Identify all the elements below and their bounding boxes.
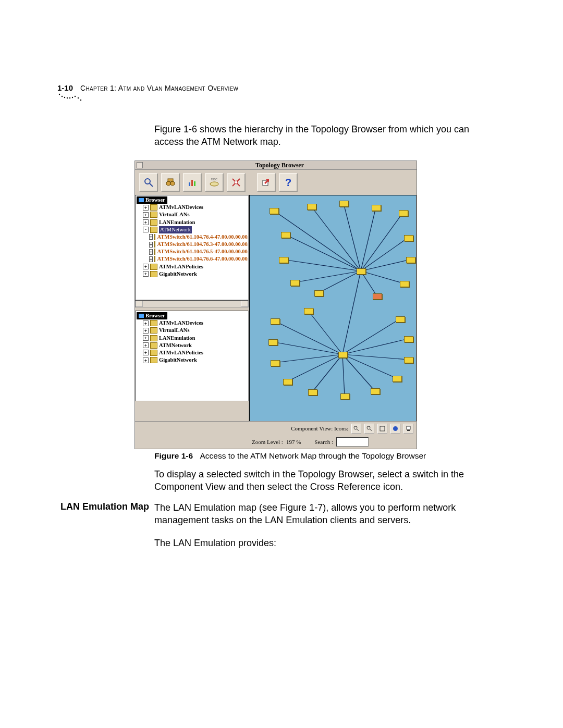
svg-rect-15: [191, 180, 193, 186]
tree-item[interactable]: +VirtualLANs: [137, 327, 247, 334]
topology-node[interactable]: [372, 205, 381, 211]
intro-paragraph: Figure 1-6 shows the hierarchy in the To…: [154, 123, 500, 149]
window-control-icon[interactable]: [137, 162, 143, 168]
topology-node[interactable]: [339, 201, 349, 207]
component-view-label: Component View: Icons:: [291, 425, 348, 431]
tree-item[interactable]: +ATMvLANDevices: [137, 319, 247, 327]
topology-node[interactable]: [399, 210, 408, 216]
svg-line-51: [357, 429, 359, 431]
figure-caption-text: Access to the ATM Network Map through th…: [200, 451, 426, 460]
svg-line-42: [312, 354, 342, 392]
search-label: Search :: [314, 439, 333, 445]
svg-line-43: [342, 354, 345, 396]
topology-node[interactable]: [307, 204, 316, 210]
svg-line-48: [342, 319, 400, 354]
tree-panel: Browser+ATMvLANDevices+VirtualLANs+LANEm…: [135, 195, 249, 423]
topology-node[interactable]: [396, 316, 405, 323]
svg-point-8: [80, 100, 81, 101]
tree-child[interactable]: +ATMSwitch/61.104.76.3-47.00.00.00.00.0.…: [137, 241, 247, 248]
tree-scrollbar[interactable]: [135, 300, 249, 307]
topology-node[interactable]: [400, 281, 409, 287]
tree-item[interactable]: +LANEmulation: [137, 335, 247, 342]
chapter-title: Chapter 1: Atm and Vlan Management Overv…: [80, 84, 238, 92]
svg-line-35: [319, 271, 361, 293]
topology-map[interactable]: [249, 195, 417, 423]
svg-point-17: [210, 182, 218, 186]
topology-node[interactable]: [270, 208, 279, 214]
topology-node[interactable]: [404, 336, 413, 342]
scroll-left-icon[interactable]: [136, 301, 143, 307]
svg-line-28: [361, 213, 403, 271]
topology-node[interactable]: [314, 290, 324, 297]
topology-node[interactable]: [279, 257, 288, 263]
topology-node[interactable]: [308, 389, 317, 396]
topology-node[interactable]: [283, 379, 292, 385]
svg-line-44: [342, 354, 375, 391]
tree-item[interactable]: +ATMvLANDevices: [137, 204, 247, 211]
svg-point-21: [235, 181, 238, 184]
topology-node[interactable]: [340, 393, 350, 400]
svg-point-11: [166, 181, 170, 186]
view-globe-icon[interactable]: [390, 424, 400, 434]
topology-node[interactable]: [406, 257, 415, 263]
tree-child[interactable]: +ATMSwitch/61.104.76.6-47.00.00.00.00.0.…: [137, 255, 247, 263]
topology-node[interactable]: [304, 308, 313, 314]
tree-root[interactable]: Browser: [137, 312, 247, 319]
svg-line-53: [370, 429, 372, 431]
page: 1-10 Chapter 1: Atm and Vlan Management …: [0, 0, 563, 728]
svg-text:DISC: DISC: [211, 178, 217, 181]
topology-node[interactable]: [271, 318, 280, 325]
tree-item[interactable]: -ATMNetwork: [137, 226, 247, 233]
scroll-right-icon[interactable]: [241, 301, 248, 307]
topology-node[interactable]: [281, 232, 290, 238]
svg-line-25: [311, 206, 361, 271]
topology-node[interactable]: [271, 360, 280, 366]
svg-line-40: [275, 354, 342, 363]
svg-line-37: [342, 271, 361, 354]
tree-top[interactable]: Browser+ATMvLANDevices+VirtualLANs+LANEm…: [135, 195, 249, 300]
svg-point-0: [59, 94, 60, 95]
help-icon[interactable]: ?: [279, 173, 298, 192]
tree-item[interactable]: +LANEmulation: [137, 219, 247, 226]
topology-node[interactable]: [371, 388, 380, 394]
view-host-icon[interactable]: [403, 424, 413, 434]
tree-item[interactable]: +ATMvLANPolicies: [137, 349, 247, 356]
search-input[interactable]: [336, 437, 369, 447]
topology-node[interactable]: [393, 376, 402, 382]
topology-node[interactable]: [268, 339, 278, 346]
topology-node[interactable]: [338, 352, 348, 358]
zoom-out-icon[interactable]: [364, 424, 374, 434]
tree-item[interactable]: +GigabitNetwork: [137, 356, 247, 364]
search-icon[interactable]: [139, 173, 158, 192]
svg-line-33: [295, 271, 361, 282]
tree-item[interactable]: +ATMvLANPolicies: [137, 263, 247, 270]
svg-point-4: [69, 97, 70, 98]
topology-node[interactable]: [404, 235, 413, 241]
topology-node[interactable]: [404, 357, 413, 363]
barchart-icon[interactable]: [183, 173, 202, 192]
svg-point-5: [72, 97, 73, 98]
svg-point-3: [67, 97, 68, 98]
section-heading-lan-emulation-map: LAN Emulation Map: [50, 501, 149, 512]
topology-node[interactable]: [373, 293, 382, 300]
zoom-fit-icon[interactable]: [377, 424, 387, 434]
tree-root[interactable]: Browser: [137, 196, 247, 204]
tree-bottom[interactable]: Browser+ATMvLANDevices+VirtualLANs+LANEm…: [135, 311, 249, 401]
svg-point-7: [78, 97, 79, 98]
tree-child[interactable]: +ATMSwitch/61.104.76.4-47.00.00.00.00.0.…: [137, 233, 247, 241]
crossref-icon[interactable]: [227, 173, 246, 192]
svg-line-47: [342, 339, 408, 354]
topology-node[interactable]: [357, 268, 366, 275]
tree-item[interactable]: +ATMNetwork: [137, 342, 247, 349]
launch-icon[interactable]: [257, 173, 276, 192]
tree-child[interactable]: +ATMSwitch/61.104.76.5-47.00.00.00.00.0.…: [137, 248, 247, 255]
zoom-in-icon[interactable]: [351, 424, 361, 434]
disc-icon[interactable]: DISC: [205, 173, 224, 192]
svg-line-39: [273, 342, 342, 354]
svg-line-38: [275, 321, 342, 354]
decorative-dots-icon: [58, 93, 83, 104]
topology-node[interactable]: [290, 280, 300, 286]
tree-item[interactable]: +GigabitNetwork: [137, 270, 247, 278]
tree-item[interactable]: +VirtualLANs: [137, 211, 247, 218]
binoculars-icon[interactable]: [161, 173, 180, 192]
